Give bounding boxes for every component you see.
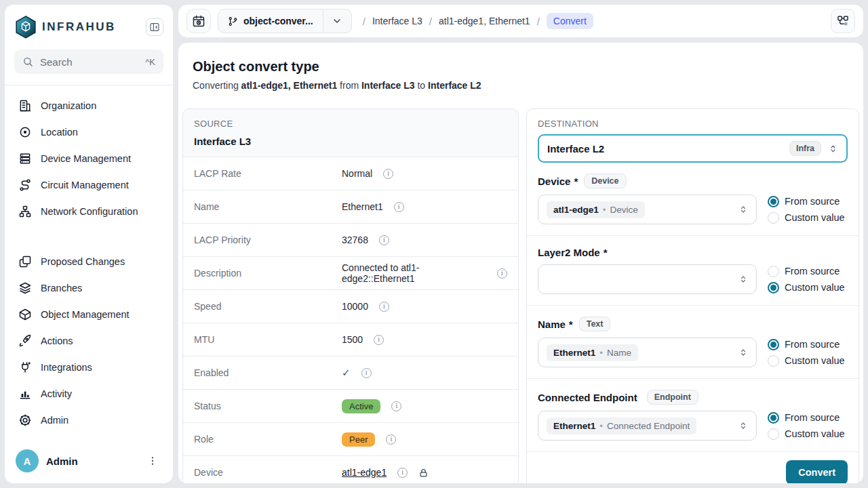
value-source-radio-group: From source Custom value — [768, 412, 848, 440]
custom-value-radio[interactable]: Custom value — [768, 355, 848, 367]
attribute-value: Normal — [342, 168, 372, 179]
info-icon[interactable] — [361, 368, 372, 378]
search-icon — [22, 56, 33, 67]
info-icon[interactable] — [394, 202, 404, 212]
field-label: Connected Endpoint — [538, 392, 637, 403]
convert-button[interactable]: Convert — [786, 460, 848, 484]
branch-selector-value: object-conver... — [218, 9, 323, 33]
date-selector-button[interactable] — [186, 9, 211, 33]
name-select[interactable]: Ethernet1Name — [538, 338, 757, 367]
required-mark: * — [574, 176, 578, 187]
sidebar-divider — [5, 85, 173, 85]
info-icon[interactable] — [374, 335, 384, 345]
gear-icon — [18, 413, 32, 427]
radio-label: Custom value — [785, 212, 845, 223]
sidebar-item-network-configuration[interactable]: Network Configuration — [10, 199, 167, 224]
copy-diff-icon — [18, 255, 32, 268]
branch-selector[interactable]: object-conver... — [218, 9, 352, 33]
sidebar-item-label: Network Configuration — [41, 206, 138, 217]
custom-value-radio[interactable]: Custom value — [768, 428, 848, 440]
status-badge: Active — [342, 399, 380, 413]
search-input[interactable]: Search ^K — [14, 49, 163, 74]
from-source-radio[interactable]: From source — [768, 339, 848, 350]
sidebar-item-device-management[interactable]: Device Management — [10, 146, 167, 171]
table-row: Device atl1-edge1 — [183, 455, 518, 484]
main-content: Object convert type Converting atl1-edge… — [178, 42, 864, 484]
from-source-radio[interactable]: From source — [768, 412, 848, 424]
sidebar-item-circuit-management[interactable]: Circuit Management — [10, 172, 167, 198]
building-icon — [18, 99, 32, 113]
field-kind-badge: Text — [579, 317, 611, 331]
radio-dot — [768, 196, 779, 207]
from-source-radio[interactable]: From source — [768, 266, 848, 277]
table-row: Enabled ✓ — [183, 356, 518, 389]
selected-value-name: atl1-edge1 — [553, 205, 599, 215]
custom-value-radio[interactable]: Custom value — [768, 282, 848, 293]
user-menu[interactable]: A Admin — [5, 440, 173, 483]
connected-endpoint-select[interactable]: Ethernet1Connected Endpoint — [538, 411, 757, 441]
topbar: object-conver... / Interface L3 / atl1-e… — [178, 4, 864, 38]
custom-value-radio[interactable]: Custom value — [768, 212, 848, 224]
field-label: Layer2 Mode — [538, 247, 600, 258]
sidebar-item-organization[interactable]: Organization — [10, 93, 167, 119]
attribute-value: Ethernet1 — [342, 201, 383, 212]
device-select[interactable]: atl1-edge1Device — [538, 195, 757, 224]
from-source-radio[interactable]: From source — [768, 196, 848, 207]
sidebar-item-admin[interactable]: Admin — [10, 407, 167, 433]
sidebar-item-label: Integrations — [41, 362, 92, 373]
attribute-label: LACP Rate — [194, 168, 342, 179]
radio-label: Custom value — [785, 355, 845, 366]
collapse-panel-icon — [149, 22, 160, 33]
sidebar-item-object-management[interactable]: Object Management — [10, 302, 167, 327]
user-name: Admin — [46, 455, 136, 467]
info-icon[interactable] — [386, 434, 396, 445]
layer2-mode-select[interactable] — [538, 264, 757, 294]
sidebar-item-location[interactable]: Location — [10, 119, 167, 145]
sidebar-item-proposed-changes[interactable]: Proposed Changes — [10, 249, 167, 274]
sidebar-item-branches[interactable]: Branches — [10, 275, 167, 301]
required-mark: * — [569, 319, 573, 330]
destination-eyebrow: DESTINATION — [538, 119, 848, 129]
info-icon[interactable] — [383, 169, 393, 179]
radio-label: Custom value — [785, 428, 845, 439]
breadcrumb-item-object[interactable]: atl1-edge1, Ethernet1 — [439, 16, 530, 26]
branch-selector-chevron[interactable] — [323, 9, 351, 33]
collapse-sidebar-button[interactable] — [146, 18, 163, 36]
schema-button[interactable] — [831, 9, 855, 33]
field-group-connected-endpoint: Connected Endpoint Endpoint Ethernet1Con… — [538, 390, 848, 441]
kebab-menu-icon[interactable] — [143, 454, 162, 468]
sidebar-item-integrations[interactable]: Integrations — [10, 354, 167, 380]
sidebar-item-actions[interactable]: Actions — [10, 328, 167, 354]
sidebar-nav-secondary: Proposed Changes Branches Object Managem… — [5, 248, 173, 434]
radio-label: From source — [785, 266, 840, 277]
breadcrumb-separator: / — [363, 16, 366, 27]
info-icon[interactable] — [379, 235, 389, 245]
attribute-label: MTU — [194, 334, 342, 345]
value-source-radio-group: From source Custom value — [768, 196, 848, 224]
attribute-label: Device — [194, 467, 342, 478]
info-icon[interactable] — [397, 468, 408, 478]
destination-panel: DESTINATION Interface L2 Infra Device * … — [526, 108, 859, 484]
location-target-icon — [18, 125, 32, 139]
breadcrumb-item-schema[interactable]: Interface L3 — [372, 16, 422, 26]
cube-icon — [18, 308, 32, 321]
info-icon[interactable] — [497, 268, 507, 279]
subtitle-object: atl1-edge1, Ethernet1 — [241, 80, 338, 91]
info-icon[interactable] — [391, 401, 401, 411]
breadcrumb-current-page-chip: Convert — [547, 13, 593, 29]
destination-type-select[interactable]: Interface L2 Infra — [538, 134, 848, 163]
git-branch-icon — [228, 16, 238, 26]
source-eyebrow: SOURCE — [194, 119, 507, 129]
route-icon — [18, 178, 32, 192]
device-link[interactable]: atl1-edge1 — [342, 467, 387, 478]
calendar-clock-icon — [192, 14, 205, 28]
schema-diagram-icon — [836, 14, 850, 28]
sidebar-item-activity[interactable]: Activity — [10, 381, 167, 407]
breadcrumb-separator: / — [537, 16, 540, 27]
sidebar-item-label: Actions — [41, 336, 73, 346]
brand-name[interactable]: INFRAHUB — [42, 20, 146, 34]
info-icon[interactable] — [379, 302, 389, 312]
radio-dot — [768, 212, 779, 224]
search-placeholder: Search — [40, 56, 138, 68]
sidebar-nav-primary: Organization Location Device Management … — [5, 92, 173, 225]
